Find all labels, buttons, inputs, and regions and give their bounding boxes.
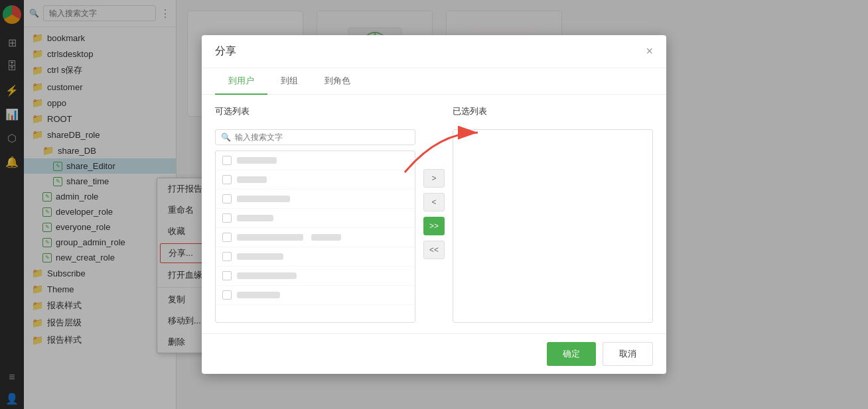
list-item[interactable]: [216, 266, 415, 286]
dialog-footer: 确定 取消: [202, 333, 666, 374]
dialog-tabs: 到用户 到组 到角色: [202, 68, 666, 95]
user-checkbox[interactable]: [222, 233, 232, 242]
cancel-button[interactable]: 取消: [603, 342, 653, 366]
confirm-button[interactable]: 确定: [547, 342, 596, 366]
right-panel: 已选列表: [453, 105, 653, 323]
list-item[interactable]: [216, 190, 415, 209]
search-icon: 🔍: [221, 133, 231, 142]
transfer-left-all[interactable]: <<: [423, 241, 445, 259]
user-checkbox[interactable]: [222, 194, 232, 204]
user-name: [237, 272, 297, 279]
user-search-input[interactable]: [235, 133, 409, 142]
dialog-header: 分享 ×: [202, 35, 666, 68]
list-item[interactable]: [216, 151, 415, 170]
dialog-title: 分享: [215, 44, 236, 58]
user-name: [237, 196, 290, 202]
user-checkbox[interactable]: [222, 213, 232, 223]
transfer-right-one[interactable]: >: [423, 169, 445, 188]
right-panel-title: 已选列表: [453, 105, 653, 117]
transfer-right-all[interactable]: >>: [423, 217, 445, 235]
tab-to-group[interactable]: 到组: [267, 68, 311, 95]
list-item[interactable]: [216, 170, 415, 190]
transfer-controls: > < >> <<: [415, 105, 453, 323]
dialog-overlay: 分享 × 到用户 到组 到角色 可选列表 🔍: [0, 0, 868, 409]
transfer-left-one[interactable]: <: [423, 193, 445, 211]
user-checkbox[interactable]: [222, 271, 232, 280]
user-checkbox[interactable]: [222, 156, 232, 165]
close-button[interactable]: ×: [646, 44, 653, 58]
user-checkbox[interactable]: [222, 290, 232, 300]
dialog-body: 可选列表 🔍: [202, 95, 666, 333]
left-panel: 可选列表 🔍: [215, 105, 415, 323]
share-dialog: 分享 × 到用户 到组 到角色 可选列表 🔍: [202, 35, 666, 374]
user-name: [237, 157, 277, 164]
list-item[interactable]: [216, 247, 415, 266]
user-name: [237, 292, 280, 298]
user-name: [237, 176, 267, 183]
user-name: [237, 215, 273, 221]
left-panel-title: 可选列表: [215, 105, 415, 117]
user-name: [237, 253, 283, 260]
list-item[interactable]: [216, 209, 415, 228]
user-name-extra: [311, 234, 341, 241]
tab-to-role[interactable]: 到角色: [311, 68, 364, 95]
selected-user-list: [453, 129, 653, 323]
tab-to-user[interactable]: 到用户: [215, 68, 267, 95]
list-item[interactable]: [216, 286, 415, 305]
user-checkbox[interactable]: [222, 252, 232, 261]
list-item[interactable]: [216, 228, 415, 247]
search-box: 🔍: [215, 129, 415, 145]
user-name: [237, 234, 303, 241]
user-list: [215, 150, 415, 323]
user-checkbox[interactable]: [222, 175, 232, 184]
